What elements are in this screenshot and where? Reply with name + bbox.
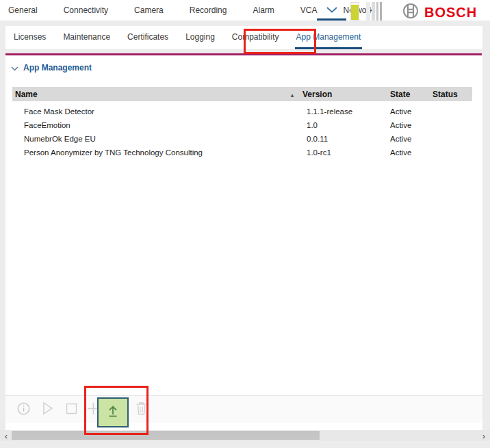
top-navigation-bar: General Connectivity Camera Recording Al… (0, 0, 490, 21)
section-title: App Management (23, 63, 92, 73)
upload-icon (106, 404, 120, 421)
app-state: Active (387, 148, 430, 157)
upload-app-button[interactable] (97, 397, 129, 427)
nav-item-recording[interactable]: Recording (190, 5, 227, 15)
column-label-name: Name (15, 90, 38, 99)
delete-app-button[interactable] (134, 403, 148, 417)
bosch-symbol-icon (402, 3, 419, 22)
app-state: Active (387, 135, 430, 143)
bosch-logo: BOSCH (402, 3, 477, 22)
nav-item-vca[interactable]: VCA (300, 5, 318, 15)
app-state: Active (387, 107, 430, 116)
column-header-state[interactable]: State (387, 90, 430, 99)
bosch-camera-settings-page: General Connectivity Camera Recording Al… (0, 0, 490, 448)
tab-maintenance[interactable]: Maintenance (62, 26, 112, 49)
stop-app-button[interactable] (64, 403, 78, 417)
nav-item-general[interactable]: General (8, 5, 38, 15)
app-version: 1.0 (300, 121, 387, 129)
tab-compatibility[interactable]: Compatibility (231, 26, 281, 49)
play-icon (42, 401, 54, 418)
app-name: Face Mask Detector (12, 107, 300, 116)
app-table-header: Name ▲ Version State Status (12, 87, 472, 101)
load-meter-bar (350, 2, 359, 21)
column-header-name[interactable]: Name ▲ (12, 90, 300, 99)
table-row[interactable]: Person Anonymizer by TNG Technology Cons… (12, 146, 472, 159)
section-header-app-management[interactable]: App Management (11, 62, 92, 74)
table-row[interactable]: FaceEmotion 1.0 Active (12, 118, 472, 132)
app-management-panel: App Management Name ▲ Version State Stat… (5, 55, 482, 430)
tab-logging[interactable]: Logging (184, 26, 216, 49)
stop-icon (66, 403, 77, 417)
nav-more-dropdown[interactable] (317, 0, 346, 21)
tab-app-management[interactable]: App Management (295, 26, 363, 49)
app-version: 1.1.1-release (300, 107, 387, 116)
info-button[interactable] (16, 403, 30, 417)
app-table: Name ▲ Version State Status Face Mask De… (12, 87, 472, 159)
bosch-wordmark: BOSCH (424, 5, 477, 21)
column-header-status[interactable]: Status (430, 90, 472, 99)
scroll-left-arrow[interactable]: ‹ (1, 430, 11, 441)
app-version: 0.0.11 (300, 135, 387, 143)
scrollbar-thumb[interactable] (12, 431, 320, 440)
chevron-down-icon (11, 62, 18, 74)
load-meter-group (366, 2, 382, 21)
tab-certificates[interactable]: Certificates (126, 26, 170, 49)
app-table-body: Face Mask Detector 1.1.1-release Active … (12, 105, 472, 159)
app-name: Person Anonymizer by TNG Technology Cons… (12, 148, 300, 157)
horizontal-scrollbar: ‹ › (0, 430, 490, 441)
app-name: NumebrOk Edge EU (12, 135, 300, 143)
app-state: Active (387, 121, 430, 129)
app-version: 1.0-rc1 (300, 148, 387, 157)
info-icon (17, 402, 30, 418)
column-header-version[interactable]: Version (300, 90, 387, 99)
sort-ascending-icon: ▲ (289, 92, 295, 98)
nav-item-connectivity[interactable]: Connectivity (64, 5, 108, 15)
start-app-button[interactable] (41, 403, 55, 417)
tab-licenses[interactable]: Licenses (12, 26, 47, 49)
trash-icon (136, 401, 147, 418)
nav-item-alarm[interactable]: Alarm (253, 5, 274, 15)
settings-tab-panel: Licenses Maintenance Certificates Loggin… (5, 26, 482, 49)
table-row[interactable]: NumebrOk Edge EU 0.0.11 Active (12, 132, 472, 146)
settings-tabs: Licenses Maintenance Certificates Loggin… (5, 26, 482, 49)
scroll-right-arrow[interactable]: › (479, 430, 489, 441)
table-row[interactable]: Face Mask Detector 1.1.1-release Active (12, 105, 472, 118)
nav-item-camera[interactable]: Camera (134, 5, 164, 15)
app-toolbar (5, 395, 482, 423)
chevron-down-icon (326, 3, 337, 16)
app-name: FaceEmotion (12, 121, 300, 129)
